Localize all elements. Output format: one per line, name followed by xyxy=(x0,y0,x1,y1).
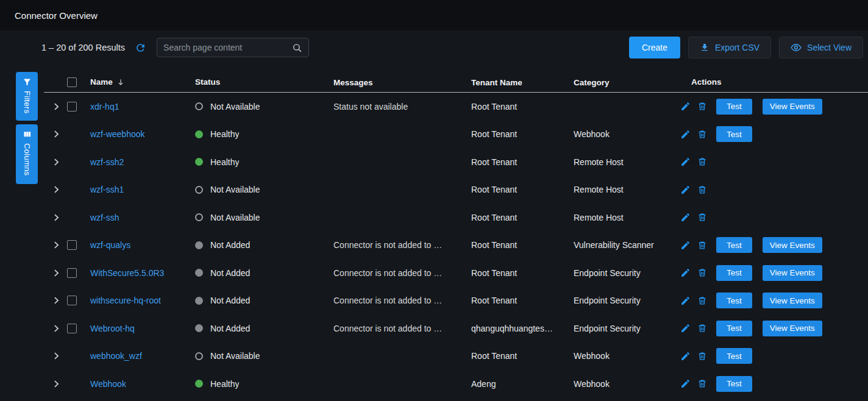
sidebar-tab-columns[interactable]: Columns xyxy=(16,124,38,184)
test-button[interactable]: Test xyxy=(716,237,752,253)
export-csv-button[interactable]: Export CSV xyxy=(688,37,771,59)
export-csv-label: Export CSV xyxy=(715,43,760,52)
select-view-button[interactable]: Select View xyxy=(779,37,863,59)
row-checkbox[interactable] xyxy=(67,296,77,305)
view-events-button[interactable]: View Events xyxy=(763,99,822,115)
status-label: Not Added xyxy=(210,296,250,305)
trash-icon xyxy=(697,378,707,389)
table-body: xdr-hq1 Not Available Status not availab… xyxy=(44,93,868,398)
delete-button[interactable] xyxy=(697,240,707,250)
delete-button[interactable] xyxy=(697,129,707,140)
connector-name-link[interactable]: wzf-ssh xyxy=(90,213,119,222)
row-checkbox[interactable] xyxy=(67,324,77,333)
connector-name-link[interactable]: wzf-ssh1 xyxy=(90,185,124,194)
connector-name-link[interactable]: Webhook xyxy=(90,379,126,389)
edit-pencil-icon xyxy=(680,129,691,140)
edit-button[interactable] xyxy=(680,240,691,250)
category-cell: Endpoint Security xyxy=(574,296,641,305)
test-button[interactable]: Test xyxy=(716,376,752,392)
select-all-checkbox[interactable] xyxy=(67,77,77,87)
table-row: Webroot-hq Not Added Connector is not ad… xyxy=(44,314,868,342)
test-button[interactable]: Test xyxy=(716,126,752,142)
expand-row-chevron-right-icon[interactable] xyxy=(52,296,60,305)
test-button[interactable]: Test xyxy=(716,293,752,308)
tenant-cell: Adeng xyxy=(471,379,496,389)
edit-pencil-icon xyxy=(680,101,691,112)
edit-button[interactable] xyxy=(680,323,691,333)
edit-button[interactable] xyxy=(680,212,691,222)
delete-button[interactable] xyxy=(697,268,707,278)
connector-name-link[interactable]: wzf-ssh2 xyxy=(90,157,124,167)
edit-button[interactable] xyxy=(680,185,691,195)
delete-button[interactable] xyxy=(697,378,707,389)
view-events-button[interactable]: View Events xyxy=(763,321,822,336)
expand-row-chevron-right-icon[interactable] xyxy=(52,158,60,166)
connector-name-link[interactable]: withsecure-hq-root xyxy=(90,296,161,305)
test-button[interactable]: Test xyxy=(716,321,752,336)
delete-button[interactable] xyxy=(697,157,707,167)
expand-row-chevron-right-icon[interactable] xyxy=(52,241,60,249)
status-icon xyxy=(195,297,203,305)
status-icon xyxy=(195,158,203,166)
edit-pencil-icon xyxy=(680,157,691,167)
sort-desc-arrow-icon xyxy=(116,78,125,87)
expand-row-chevron-right-icon[interactable] xyxy=(52,185,60,194)
connector-name-link[interactable]: Webroot-hq xyxy=(90,324,135,333)
tenant-cell: Root Tenant xyxy=(471,157,517,167)
row-checkbox[interactable] xyxy=(67,240,77,250)
view-events-button[interactable]: View Events xyxy=(763,265,822,281)
test-button[interactable]: Test xyxy=(716,265,752,281)
trash-icon xyxy=(697,296,707,306)
table-row: wzf-weebhook Healthy Root Tenant Webhook xyxy=(44,121,868,149)
connector-name-link[interactable]: webhook_wzf xyxy=(90,351,142,361)
trash-icon xyxy=(697,351,707,361)
view-events-button[interactable]: View Events xyxy=(763,293,822,308)
edit-button[interactable] xyxy=(680,157,691,167)
test-button[interactable]: Test xyxy=(716,99,752,115)
row-checkbox[interactable] xyxy=(67,102,77,112)
edit-button[interactable] xyxy=(680,129,691,140)
connector-name-link[interactable]: wzf-weebhook xyxy=(90,129,145,139)
expand-row-chevron-right-icon[interactable] xyxy=(52,269,60,277)
expand-row-chevron-right-icon[interactable] xyxy=(52,213,60,222)
delete-button[interactable] xyxy=(697,351,707,361)
expand-row-chevron-right-icon[interactable] xyxy=(52,130,60,138)
expand-row-chevron-right-icon[interactable] xyxy=(52,352,60,360)
view-events-button[interactable]: View Events xyxy=(763,237,822,253)
refresh-button[interactable] xyxy=(133,41,147,54)
delete-button[interactable] xyxy=(697,296,707,306)
sidebar-tab-filters[interactable]: Filters xyxy=(16,72,38,121)
connector-name-link[interactable]: WithSecure5.5.0R3 xyxy=(90,268,164,278)
create-button[interactable]: Create xyxy=(629,37,680,59)
edit-button[interactable] xyxy=(680,101,691,112)
connector-name-link[interactable]: wzf-qualys xyxy=(90,240,130,250)
edit-button[interactable] xyxy=(680,296,691,306)
status-icon xyxy=(195,380,203,388)
expand-row-chevron-right-icon[interactable] xyxy=(52,102,60,111)
columns-icon xyxy=(23,130,32,139)
status-icon xyxy=(195,324,203,332)
delete-button[interactable] xyxy=(697,185,707,195)
edit-button[interactable] xyxy=(680,351,691,361)
test-button[interactable]: Test xyxy=(716,348,752,364)
header-name[interactable]: Name xyxy=(85,77,195,87)
table-row: wzf-ssh2 Healthy Root Tenant Remote Host xyxy=(44,148,868,176)
delete-button[interactable] xyxy=(697,101,707,112)
trash-icon xyxy=(697,212,707,222)
edit-pencil-icon xyxy=(680,351,691,361)
delete-button[interactable] xyxy=(697,323,707,333)
status-icon xyxy=(195,269,203,277)
connector-name-link[interactable]: xdr-hq1 xyxy=(90,102,119,112)
search-input[interactable] xyxy=(163,43,292,52)
table-row: webhook_wzf Not Available Root Tenant We… xyxy=(44,342,868,371)
refresh-icon xyxy=(135,42,146,54)
edit-button[interactable] xyxy=(680,378,691,389)
delete-button[interactable] xyxy=(697,212,707,222)
edit-button[interactable] xyxy=(680,268,691,278)
row-checkbox[interactable] xyxy=(67,268,77,278)
expand-row-chevron-right-icon[interactable] xyxy=(52,380,60,388)
table-row: Webhook Healthy Adeng Webhook xyxy=(44,370,868,398)
top-strip xyxy=(0,0,868,30)
expand-row-chevron-right-icon[interactable] xyxy=(52,324,60,333)
status-label: Not Added xyxy=(210,324,250,333)
